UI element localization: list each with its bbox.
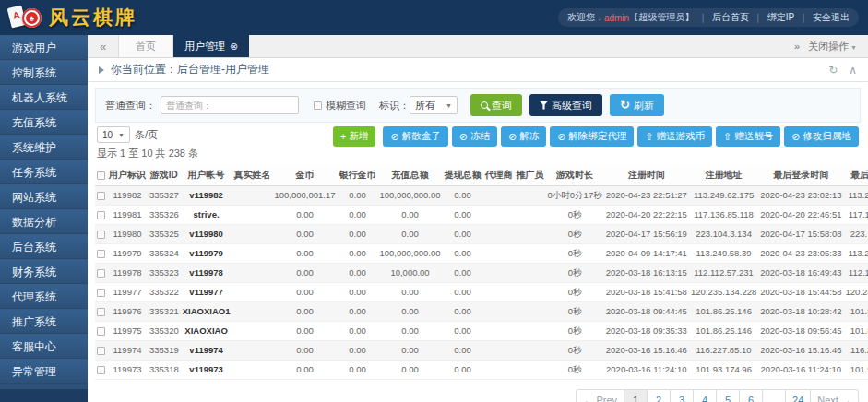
refresh-page-icon[interactable]: ↻ bbox=[828, 64, 838, 77]
row-checkbox[interactable] bbox=[97, 289, 105, 297]
ban-icon: ⊘ bbox=[459, 132, 468, 142]
sidebar-item-任务系统[interactable]: 任务系统 bbox=[0, 160, 88, 184]
action-button-赠送游戏币[interactable]: ⇧赠送游戏币 bbox=[637, 126, 712, 147]
select-all-checkbox[interactable] bbox=[97, 171, 105, 180]
pagination-page-1[interactable]: 1 bbox=[624, 389, 648, 402]
table-row: 119977335322v1199770.000.000.000.000秒202… bbox=[95, 283, 868, 302]
header-link[interactable]: 安全退出 bbox=[813, 12, 850, 22]
pagination-page-6[interactable]: 6 bbox=[740, 389, 763, 402]
sidebar-item-游戏用户[interactable]: 游戏用户 bbox=[0, 35, 88, 60]
action-button-冻结[interactable]: ⊘冻结 bbox=[452, 126, 497, 147]
sidebar-item-客服中心[interactable]: 客服中心 bbox=[0, 334, 88, 359]
header-link[interactable]: 后台首页 bbox=[712, 12, 749, 22]
sidebar-item-机器人系统[interactable]: 机器人系统 bbox=[0, 85, 88, 110]
flag-select[interactable]: 所有 ▼ bbox=[410, 96, 458, 114]
sidebar-item-推广系统[interactable]: 推广系统 bbox=[0, 309, 88, 334]
page-size-select[interactable]: 10 ▼ bbox=[97, 126, 130, 143]
cell-注册时间: 2020-03-18 09:35:33 bbox=[604, 322, 689, 341]
search-button[interactable]: 查询 bbox=[470, 94, 522, 116]
close-operations-menu[interactable]: 关闭操作▼ bbox=[808, 40, 857, 53]
cell-注册地址: 223.104.3.134 bbox=[689, 225, 758, 244]
sidebar-item-网站系统[interactable]: 网站系统 bbox=[0, 184, 88, 209]
cell-推广员 bbox=[515, 225, 546, 244]
query-panel: 普通查询： 模糊查询 标识： 所有 ▼ 查询 高级查询 ↻ 刷新 bbox=[95, 88, 861, 123]
table-header-row: 用户标识游戏ID用户帐号真实姓名金币银行金币充值总额提现总额代理商推广员游戏时长… bbox=[95, 165, 868, 186]
cell-推广员 bbox=[515, 206, 546, 225]
cell-最后登录地址: 117.136.85.118 bbox=[843, 206, 868, 225]
row-checkbox[interactable] bbox=[97, 192, 105, 200]
pagination-page-5[interactable]: 5 bbox=[717, 389, 740, 402]
cell-用户标识: 119973 bbox=[107, 361, 148, 380]
sidebar-item-充值系统[interactable]: 充值系统 bbox=[0, 110, 88, 135]
row-checkbox[interactable] bbox=[97, 327, 105, 336]
per-page-label: 条/页 bbox=[135, 128, 158, 142]
fuzzy-checkbox[interactable] bbox=[314, 101, 322, 110]
sidebar-item-代理系统[interactable]: 代理系统 bbox=[0, 284, 88, 309]
row-checkbox[interactable] bbox=[97, 269, 105, 278]
sidebar-item-财务系统[interactable]: 财务系统 bbox=[0, 259, 88, 284]
action-button-解除绑定代理[interactable]: ⊘解除绑定代理 bbox=[550, 126, 634, 147]
cell-注册时间: 2020-04-09 14:17:41 bbox=[604, 244, 689, 264]
cell-最后登录地址: 101.86.25.146 bbox=[843, 322, 868, 341]
row-checkbox[interactable] bbox=[97, 366, 105, 374]
cell-最后登录地址: 113.249.62.175 bbox=[843, 244, 868, 264]
header-links: ｜后台首页｜绑定IP｜安全退出 bbox=[694, 11, 850, 24]
pagination-page-24[interactable]: 24 bbox=[786, 389, 811, 402]
refresh-button[interactable]: ↻ 刷新 bbox=[610, 94, 664, 116]
sidebar-item-数据分析[interactable]: 数据分析 bbox=[0, 209, 88, 234]
cell-游戏ID: 335322 bbox=[148, 283, 181, 302]
row-checkbox[interactable] bbox=[97, 250, 105, 258]
content-area: 普通查询： 模糊查询 标识： 所有 ▼ 查询 高级查询 ↻ 刷新 bbox=[88, 82, 868, 402]
sidebar-item-控制系统[interactable]: 控制系统 bbox=[0, 60, 88, 85]
collapse-tabs-icon[interactable]: « bbox=[88, 35, 119, 57]
tab-close-icon[interactable]: ⊗ bbox=[230, 41, 238, 53]
expand-tabs-icon[interactable]: » bbox=[794, 41, 800, 52]
cell-真实姓名 bbox=[232, 341, 272, 361]
cell-金币: 0.00 bbox=[272, 322, 337, 341]
pagination-next[interactable]: Next → bbox=[811, 389, 859, 402]
cell-代理商 bbox=[483, 361, 515, 380]
action-button-修改归属地[interactable]: ⊘修改归属地 bbox=[784, 126, 859, 147]
sidebar-item-系统维护[interactable]: 系统维护 bbox=[0, 135, 88, 160]
separator: ｜ bbox=[698, 12, 707, 22]
action-button-赠送靓号[interactable]: ⇧赠送靓号 bbox=[716, 126, 780, 147]
pagination-page-4[interactable]: 4 bbox=[694, 389, 717, 402]
cell-注册地址: 101.86.25.146 bbox=[689, 302, 758, 322]
column-header-注册地址: 注册地址 bbox=[689, 165, 758, 186]
sidebar-item-异常管理[interactable]: 异常管理 bbox=[0, 359, 88, 384]
table-row: 119973335318v1199730.000.000.000.000秒202… bbox=[95, 361, 868, 380]
column-header-提现总额: 提现总额 bbox=[443, 165, 483, 186]
advanced-search-button[interactable]: 高级查询 bbox=[529, 94, 602, 116]
app-logo: A ♠ 风云棋牌 bbox=[9, 4, 137, 31]
row-checkbox[interactable] bbox=[97, 347, 105, 355]
pagination-prev[interactable]: ← Prev bbox=[576, 389, 624, 402]
cell-最后登录时间: 2020-03-18 16:49:43 bbox=[758, 264, 843, 283]
separator: ｜ bbox=[754, 12, 763, 22]
row-checkbox[interactable] bbox=[97, 308, 105, 316]
separator: ｜ bbox=[799, 12, 808, 22]
cell-提现总额: 0.00 bbox=[443, 283, 483, 302]
tab-home[interactable]: 首页 bbox=[119, 35, 173, 57]
add-button[interactable]: + 新增 bbox=[333, 126, 375, 147]
row-checkbox[interactable] bbox=[97, 231, 105, 239]
cell-游戏ID: 335318 bbox=[148, 361, 181, 380]
gift-icon: ⇧ bbox=[723, 132, 731, 142]
sidebar-item-后台系统[interactable]: 后台系统 bbox=[0, 234, 88, 259]
pagination-page-2[interactable]: 2 bbox=[648, 389, 671, 402]
user-role: 【超级管理员】 bbox=[629, 11, 694, 24]
tab-user-management[interactable]: 用户管理 ⊗ bbox=[173, 35, 249, 57]
user-table: 用户标识游戏ID用户帐号真实姓名金币银行金币充值总额提现总额代理商推广员游戏时长… bbox=[95, 165, 868, 380]
collapse-panel-icon[interactable]: ∧ bbox=[849, 64, 857, 77]
cell-银行金币: 0.00 bbox=[338, 361, 378, 380]
cell-用户标识: 119979 bbox=[107, 244, 148, 264]
cell-银行金币: 0.00 bbox=[338, 283, 378, 302]
action-button-解散盒子[interactable]: ⊘解散盒子 bbox=[383, 126, 447, 147]
header-link[interactable]: 绑定IP bbox=[767, 12, 794, 22]
query-input[interactable] bbox=[161, 96, 299, 114]
cell-代理商 bbox=[483, 244, 515, 264]
row-checkbox[interactable] bbox=[97, 211, 105, 219]
pagination-page-3[interactable]: 3 bbox=[671, 389, 694, 402]
cell-注册地址: 112.112.57.231 bbox=[689, 264, 758, 283]
action-button-解冻[interactable]: ⊘解冻 bbox=[501, 126, 546, 147]
table-row: 119980335325v1199800.000.000.000.000秒202… bbox=[95, 225, 868, 244]
